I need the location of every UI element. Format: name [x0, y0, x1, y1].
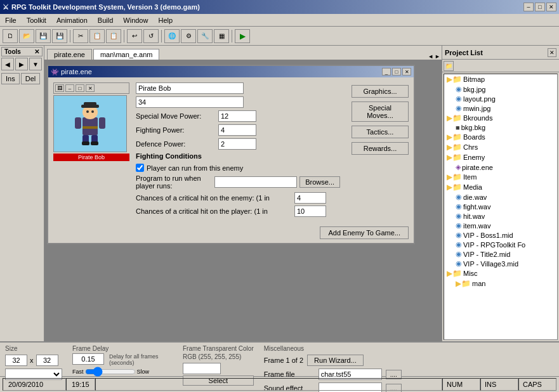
frame-delay-label: Frame Delay [72, 345, 173, 352]
nav-right-button[interactable]: ▶ [15, 58, 28, 70]
status-date: 20/09/2010 [3, 378, 66, 391]
run-wizard-button[interactable]: Run Wizard... [307, 355, 364, 366]
toolbar-save2[interactable]: 💾 [52, 29, 67, 43]
inner-minimize[interactable]: _ [382, 68, 391, 75]
tree-vip-rpg[interactable]: ◉ VIP - RPGToolkit Fo [444, 240, 557, 249]
tab-scroll-right[interactable]: ► [435, 53, 440, 60]
menu-animation[interactable]: Animation [51, 15, 93, 25]
tree-pirate-ene[interactable]: ◈ pirate.ene [444, 162, 557, 172]
nav-down-button[interactable]: ▼ [29, 58, 42, 70]
toolbar-sep1 [70, 30, 70, 42]
tree-vip-boss1[interactable]: ◉ VIP - Boss1.mid [444, 230, 557, 240]
tree-die-wav[interactable]: ◉ die.wav [444, 192, 557, 202]
toolbar-undo[interactable]: ↩ [127, 29, 142, 43]
size-w-input[interactable] [5, 355, 27, 366]
tree-fight-wav[interactable]: ◉ fight.wav [444, 202, 557, 211]
project-close-button[interactable]: ✕ [548, 48, 556, 57]
chances2-input[interactable] [294, 206, 326, 217]
graphics-button[interactable]: Graphics... [352, 85, 409, 98]
name-input[interactable] [136, 82, 244, 94]
tree-vip-title2[interactable]: ◉ VIP - Title2.mid [444, 249, 557, 259]
menu-build[interactable]: Build [93, 15, 118, 25]
project-folder-button[interactable]: 📁 [444, 61, 454, 71]
form-field2-row [136, 96, 340, 108]
sprite-maximize[interactable]: □ [76, 84, 84, 92]
defence-power-input[interactable] [218, 138, 256, 150]
tree-bkg-bkg[interactable]: ■ bkg.bkg [444, 123, 557, 132]
tactics-button[interactable]: Tactics... [352, 126, 409, 138]
tree-vip-village3[interactable]: ◉ VIP - Village3.mid [444, 259, 557, 268]
tree-layout-png[interactable]: ◉ layout.png [444, 94, 557, 103]
close-button[interactable]: ✕ [546, 3, 556, 11]
toolbar-tool[interactable]: 🔧 [197, 29, 213, 43]
frame-color-label: Frame Transparent Color [183, 345, 254, 352]
size-row: x [5, 355, 62, 366]
toolbar-save[interactable]: 💾 [36, 29, 51, 43]
frame-delay-input[interactable] [72, 353, 104, 365]
nav-left-button[interactable]: ◀ [1, 58, 14, 70]
sprite-label: Pirate Bob [53, 154, 129, 161]
toolbar-new[interactable]: 🗋 [3, 29, 18, 43]
toolbar-copy[interactable]: 📋 [89, 29, 105, 43]
program-input[interactable] [214, 176, 297, 188]
tree-hit-wav[interactable]: ◉ hit.wav [444, 211, 557, 221]
tree-item-wav[interactable]: ◉ item.wav [444, 221, 557, 230]
minimize-button[interactable]: – [523, 3, 534, 11]
tree-item-folder[interactable]: ▶📁 Item [444, 172, 557, 182]
tools-action: Ins Del [1, 73, 43, 84]
special-moves-button[interactable]: Special Moves... [352, 101, 409, 122]
tree-bitmap-folder[interactable]: ▶📁 Bitmap [444, 74, 557, 84]
project-tree[interactable]: ▶📁 Bitmap ◉ bkg.jpg ◉ layout.png ◉ mwin.… [444, 74, 558, 340]
toolbar-paste[interactable]: 📋 [106, 29, 121, 43]
layout-png-icon: ◉ [456, 95, 462, 103]
fighting-power-input[interactable] [218, 124, 256, 136]
delay-slider[interactable] [85, 367, 136, 376]
sprite-minimize[interactable]: – [65, 84, 74, 92]
tree-chrs-folder[interactable]: ▶📁 Chrs [444, 142, 557, 152]
maximize-button[interactable]: □ [535, 3, 545, 11]
menu-toolkit[interactable]: Toolkit [22, 15, 51, 25]
frame-of-text: Frame 1 of 2 [264, 356, 303, 364]
tree-mwin-jpg[interactable]: ◉ mwin.jpg [444, 103, 557, 113]
toolbar-globe[interactable]: 🌐 [164, 29, 180, 43]
toolbar-settings[interactable]: ⚙ [181, 29, 196, 43]
tree-bkrounds-folder[interactable]: ▶📁 Bkrounds [444, 113, 557, 123]
toolbar-sep3 [161, 30, 162, 42]
chances1-input[interactable] [294, 192, 326, 204]
toolbar-play[interactable]: ▶ [235, 29, 250, 43]
misc-folder-icon: ▶📁 [447, 269, 462, 278]
tab-pirate-ene[interactable]: pirate.ene [47, 49, 92, 60]
size-h-input[interactable] [36, 355, 58, 366]
tab-scroll-left[interactable]: ◄ [428, 53, 433, 60]
inner-window-pirate: 👾 pirate.ene _ □ ✕ 🖼 – [47, 65, 415, 244]
del-button[interactable]: Del [21, 73, 41, 84]
inner-maximize[interactable]: □ [392, 68, 401, 75]
ins-button[interactable]: Ins [1, 73, 20, 84]
svg-rect-10 [91, 141, 98, 145]
svg-rect-11 [75, 117, 81, 129]
toolbar-cut[interactable]: ✂ [73, 29, 88, 43]
tab-man-anm[interactable]: man\man_e.anm [93, 49, 160, 60]
field2-input[interactable] [136, 96, 244, 108]
tools-close-icon[interactable]: ✕ [34, 48, 39, 55]
tree-bkg-jpg[interactable]: ◉ bkg.jpg [444, 84, 557, 94]
special-move-input[interactable] [218, 110, 256, 122]
menu-window[interactable]: Window [118, 15, 153, 25]
toolbar-redo[interactable]: ↺ [143, 29, 159, 43]
tree-man-folder[interactable]: ▶📁 man [444, 278, 557, 289]
toolbar-grid[interactable]: ▦ [214, 29, 229, 43]
inner-close[interactable]: ✕ [402, 68, 411, 75]
tree-boards-folder[interactable]: ▶📁 Boards [444, 132, 557, 142]
run-checkbox[interactable] [136, 164, 144, 172]
add-enemy-button[interactable]: Add Enemy To Game... [320, 226, 409, 239]
menu-help[interactable]: Help [153, 15, 178, 25]
browse-button[interactable]: Browse... [299, 176, 340, 188]
toolbar-open[interactable]: 📂 [19, 29, 34, 43]
sprite-icon-btn[interactable]: 🖼 [55, 84, 64, 92]
menu-file[interactable]: File [0, 15, 22, 25]
tree-enemy-folder[interactable]: ▶📁 Enemy [444, 152, 557, 162]
tree-misc-folder[interactable]: ▶📁 Misc [444, 268, 557, 278]
sprite-close[interactable]: ✕ [86, 84, 95, 92]
rewards-button[interactable]: Rewards... [352, 142, 409, 155]
tree-media-folder[interactable]: ▶📁 Media [444, 182, 557, 192]
